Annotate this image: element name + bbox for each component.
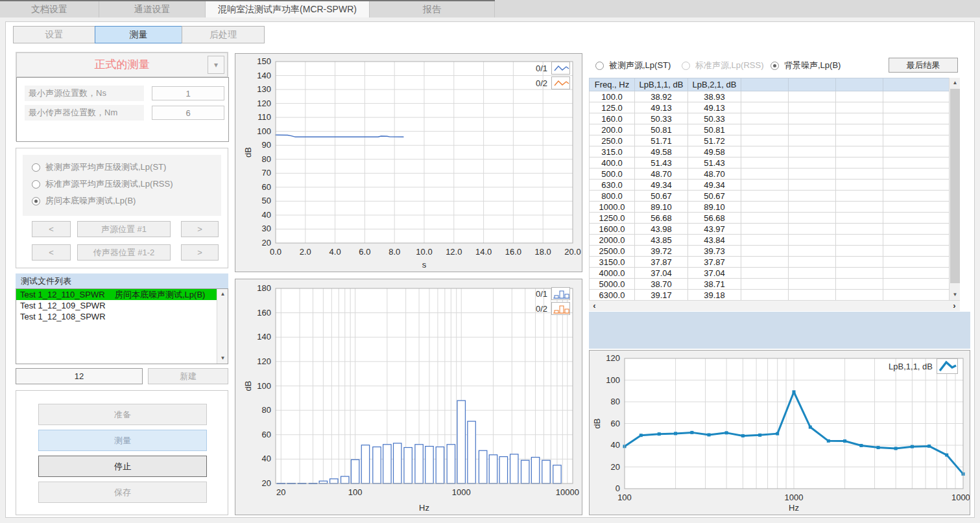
table-header-cell xyxy=(836,78,883,91)
svg-text:14.0: 14.0 xyxy=(475,247,492,257)
table-row[interactable]: 315.049.5849.58 xyxy=(590,146,950,157)
table-header-cell xyxy=(789,78,836,91)
scroll-right-icon[interactable]: › xyxy=(949,301,960,312)
svg-text:120: 120 xyxy=(606,353,620,363)
time-history-chart-panel: 0.02.04.06.08.010.012.014.016.018.020.02… xyxy=(235,53,582,272)
svg-text:6.0: 6.0 xyxy=(359,247,370,257)
prepare-button[interactable]: 准备 xyxy=(38,404,207,425)
svg-text:120: 120 xyxy=(257,356,271,366)
scroll-up-icon[interactable]: ▲ xyxy=(950,78,961,88)
table-row[interactable]: 800.050.6750.67 xyxy=(590,191,950,202)
file-list-scrollbar[interactable]: ▲ ▼ xyxy=(217,289,228,364)
svg-text:10000: 10000 xyxy=(951,493,970,502)
stop-button[interactable]: 停止 xyxy=(38,456,207,477)
test-type-panel: 被测声源平均声压级测试,Lp(ST) 标准声源平均声压级测试,Lp(RSS) 房… xyxy=(16,148,228,268)
position-count-fields: 最小声源位置数，Ns 最小传声器位置数，Nm xyxy=(16,77,229,142)
min-source-positions-input[interactable] xyxy=(152,86,224,100)
list-item[interactable]: Test 1_12_109_SPWR xyxy=(16,300,228,311)
list-item[interactable]: Test 1_12_110_SPWR房间本底噪声测试,Lp(B) xyxy=(16,289,228,300)
radio-lp-st[interactable]: 被测声源平均声压级测试,Lp(ST) xyxy=(32,161,166,173)
svg-text:40: 40 xyxy=(611,440,620,450)
table-row[interactable]: 1600.043.9843.97 xyxy=(590,224,950,235)
radio-lp-b[interactable]: 房间本底噪声测试,Lp(B) xyxy=(32,195,136,207)
scroll-down-icon[interactable]: ▼ xyxy=(950,290,961,300)
svg-text:150: 150 xyxy=(257,56,271,66)
table-row[interactable]: 6300.039.1739.18 xyxy=(590,290,950,301)
last-result-button[interactable]: 最后结果 xyxy=(889,58,958,73)
test-file-list-title: 测试文件列表 xyxy=(16,273,228,288)
scroll-down-icon[interactable]: ▼ xyxy=(217,353,228,364)
table-row[interactable]: 125.049.1349.13 xyxy=(590,102,950,113)
radio-result-lp-rss[interactable]: 标准声源,Lp(RSS) xyxy=(682,60,763,71)
table-row[interactable]: 250.051.7151.72 xyxy=(590,135,950,146)
save-button[interactable]: 保存 xyxy=(38,482,207,503)
subtab-setup[interactable]: 设置 xyxy=(13,26,95,43)
table-row[interactable]: 500.048.7048.70 xyxy=(590,169,950,180)
scroll-up-icon[interactable]: ▲ xyxy=(217,289,228,299)
results-spacer-area xyxy=(589,312,970,349)
list-item[interactable]: Test 1_12_108_SPWR xyxy=(16,311,228,322)
source-position-button[interactable]: 声源位置 #1 xyxy=(77,221,171,237)
bar-series-icon xyxy=(551,287,570,300)
table-row[interactable]: 4000.037.0437.04 xyxy=(590,268,950,279)
radio-lp-rss[interactable]: 标准声源平均声压级测试,Lp(RSS) xyxy=(32,178,173,190)
measurement-mode-dropdown[interactable]: 正式的测量 ▾ xyxy=(16,52,228,77)
table-row[interactable]: 100.038.9238.93 xyxy=(590,91,950,102)
mic-position-button[interactable]: 传声器位置 #1-2 xyxy=(77,244,171,261)
subtab-postprocess[interactable]: 后处理 xyxy=(182,26,265,43)
legend-label: 0/2 xyxy=(536,304,547,314)
svg-text:80: 80 xyxy=(611,397,620,406)
table-row[interactable]: 2500.039.7239.73 xyxy=(590,246,950,257)
table-horizontal-scrollbar[interactable]: ‹ › xyxy=(589,300,960,311)
svg-text:0: 0 xyxy=(615,483,620,493)
line-peak-icon xyxy=(937,358,958,374)
spectrum-chart-panel: 2010010001000020406080100120140160180Hzd… xyxy=(235,279,582,515)
main-tab-bar: 文档设置 通道设置 混响室法测试声功率(MCR-SPWR) 报告 xyxy=(0,0,980,17)
test-file-list-panel: 测试文件列表 Test 1_12_110_SPWR房间本底噪声测试,Lp(B)T… xyxy=(16,273,228,364)
scroll-left-icon[interactable]: ‹ xyxy=(589,301,600,312)
mic-position-prev-button[interactable]: < xyxy=(32,244,71,261)
radio-result-lp-st[interactable]: 被测声源,Lp(ST) xyxy=(595,60,671,71)
svg-text:60: 60 xyxy=(262,182,271,192)
tab-report[interactable]: 报告 xyxy=(370,1,495,17)
new-file-button[interactable]: 新建 xyxy=(148,368,228,384)
svg-text:140: 140 xyxy=(257,332,271,342)
svg-text:160: 160 xyxy=(257,308,271,318)
tab-channel-settings[interactable]: 通道设置 xyxy=(99,1,206,17)
min-mic-positions-input[interactable] xyxy=(152,106,224,120)
table-row[interactable]: 3150.037.8737.87 xyxy=(590,257,950,268)
table-row[interactable]: 400.051.4351.43 xyxy=(590,157,950,169)
results-table-container: Freq., HzLpB,1,1, dBLpB,2,1, dB 100.038.… xyxy=(589,78,960,311)
measure-button[interactable]: 测量 xyxy=(38,430,207,451)
mic-position-next-button[interactable]: > xyxy=(181,244,219,261)
table-row[interactable]: 630.049.3449.34 xyxy=(590,180,950,191)
table-header-cell: Freq., Hz xyxy=(590,78,635,91)
table-row[interactable]: 160.050.3350.33 xyxy=(590,113,950,124)
table-row[interactable]: 5000.038.7038.71 xyxy=(590,279,950,290)
table-header-cell xyxy=(741,78,789,91)
source-position-prev-button[interactable]: < xyxy=(32,221,71,237)
svg-text:dB: dB xyxy=(243,147,253,157)
svg-text:130: 130 xyxy=(257,84,271,94)
test-file-list: Test 1_12_110_SPWR房间本底噪声测试,Lp(B)Test 1_1… xyxy=(16,288,228,364)
radio-result-lp-b[interactable]: 背景噪声,Lp(B) xyxy=(771,60,841,71)
table-row[interactable]: 2000.043.8543.84 xyxy=(590,235,950,246)
tab-mcr-spwr[interactable]: 混响室法测试声功率(MCR-SPWR) xyxy=(206,1,370,17)
file-count-button[interactable]: 12 xyxy=(16,368,143,384)
scrollbar-thumb[interactable] xyxy=(950,89,960,283)
source-position-next-button[interactable]: > xyxy=(181,221,219,237)
table-row[interactable]: 200.050.8150.81 xyxy=(590,124,950,135)
lpb-chart-legend: LpB,1,1, dB xyxy=(889,358,958,376)
table-vertical-scrollbar[interactable]: ▲ ▼ xyxy=(949,78,960,300)
subtab-measure[interactable]: 测量 xyxy=(95,26,182,43)
svg-text:0.0: 0.0 xyxy=(270,247,281,257)
svg-text:120: 120 xyxy=(257,99,271,108)
svg-text:Hz: Hz xyxy=(419,503,429,513)
tab-document-settings[interactable]: 文档设置 xyxy=(0,1,99,17)
results-table: Freq., HzLpB,1,1, dBLpB,2,1, dB 100.038.… xyxy=(589,78,950,301)
svg-text:100: 100 xyxy=(606,375,620,385)
chevron-down-icon[interactable]: ▾ xyxy=(208,56,224,74)
table-row[interactable]: 1250.056.6856.68 xyxy=(590,213,950,224)
table-row[interactable]: 1000.089.1089.10 xyxy=(590,202,950,213)
bar-series-icon xyxy=(551,302,570,315)
